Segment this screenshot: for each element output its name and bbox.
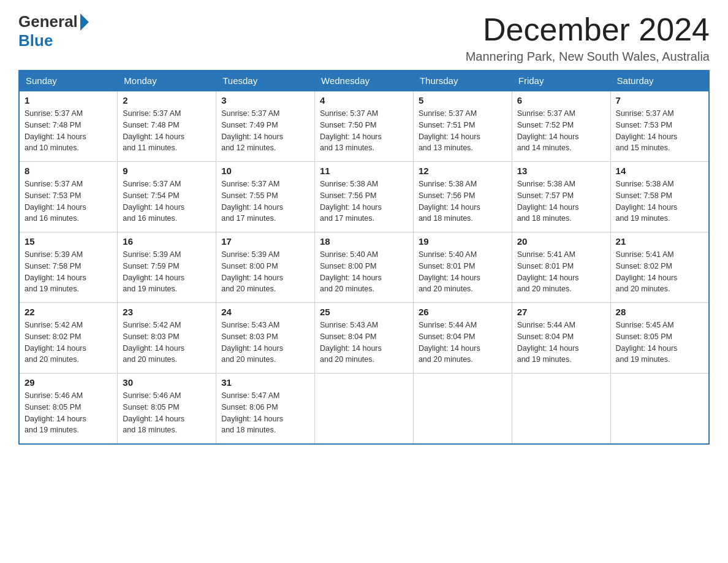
calendar-cell: 22 Sunrise: 5:42 AMSunset: 8:02 PMDaylig… — [19, 303, 118, 373]
logo-general-text: General — [18, 12, 78, 31]
day-number: 8 — [25, 166, 112, 176]
weekday-header-thursday: Thursday — [413, 71, 512, 91]
day-number: 29 — [25, 377, 112, 388]
day-info: Sunrise: 5:37 AMSunset: 7:49 PMDaylight:… — [221, 109, 283, 152]
day-info: Sunrise: 5:37 AMSunset: 7:53 PMDaylight:… — [25, 180, 86, 223]
day-number: 17 — [221, 236, 309, 247]
day-info: Sunrise: 5:44 AMSunset: 8:04 PMDaylight:… — [419, 321, 480, 364]
logo-blue-text: Blue — [18, 31, 53, 50]
day-number: 10 — [221, 166, 309, 176]
calendar-cell: 23 Sunrise: 5:42 AMSunset: 8:03 PMDaylig… — [118, 303, 216, 373]
day-info: Sunrise: 5:37 AMSunset: 7:53 PMDaylight:… — [616, 109, 678, 152]
weekday-header-monday: Monday — [118, 71, 216, 91]
weekday-header-tuesday: Tuesday — [216, 71, 315, 91]
day-info: Sunrise: 5:37 AMSunset: 7:51 PMDaylight:… — [419, 109, 480, 152]
day-info: Sunrise: 5:38 AMSunset: 7:56 PMDaylight:… — [419, 180, 480, 223]
day-info: Sunrise: 5:40 AMSunset: 8:01 PMDaylight:… — [419, 250, 480, 293]
calendar-cell: 10 Sunrise: 5:37 AMSunset: 7:55 PMDaylig… — [216, 162, 315, 232]
calendar-cell: 31 Sunrise: 5:47 AMSunset: 8:06 PMDaylig… — [216, 373, 315, 444]
day-number: 22 — [25, 307, 112, 317]
day-info: Sunrise: 5:39 AMSunset: 7:59 PMDaylight:… — [123, 250, 184, 293]
day-info: Sunrise: 5:37 AMSunset: 7:55 PMDaylight:… — [221, 180, 283, 223]
day-info: Sunrise: 5:40 AMSunset: 8:00 PMDaylight:… — [320, 250, 382, 293]
day-info: Sunrise: 5:37 AMSunset: 7:48 PMDaylight:… — [25, 109, 86, 152]
day-info: Sunrise: 5:38 AMSunset: 7:58 PMDaylight:… — [616, 180, 678, 223]
day-number: 12 — [419, 166, 507, 176]
day-number: 14 — [616, 166, 703, 176]
calendar-cell: 15 Sunrise: 5:39 AMSunset: 7:58 PMDaylig… — [19, 232, 118, 303]
day-number: 28 — [616, 307, 703, 317]
calendar-cell: 14 Sunrise: 5:38 AMSunset: 7:58 PMDaylig… — [610, 162, 709, 232]
day-info: Sunrise: 5:44 AMSunset: 8:04 PMDaylight:… — [517, 321, 579, 364]
calendar-cell — [315, 373, 414, 444]
weekday-header-saturday: Saturday — [610, 71, 709, 91]
day-number: 24 — [221, 307, 309, 317]
calendar-cell: 16 Sunrise: 5:39 AMSunset: 7:59 PMDaylig… — [118, 232, 216, 303]
calendar-cell: 29 Sunrise: 5:46 AMSunset: 8:05 PMDaylig… — [19, 373, 118, 444]
title-area: December 2024 Mannering Park, New South … — [466, 12, 710, 64]
calendar-body: 1 Sunrise: 5:37 AMSunset: 7:48 PMDayligh… — [19, 91, 709, 444]
day-number: 18 — [320, 236, 408, 247]
calendar-cell: 25 Sunrise: 5:43 AMSunset: 8:04 PMDaylig… — [315, 303, 414, 373]
logo-chevron-icon — [80, 13, 89, 31]
day-info: Sunrise: 5:42 AMSunset: 8:02 PMDaylight:… — [25, 321, 86, 364]
day-number: 9 — [123, 166, 211, 176]
day-info: Sunrise: 5:46 AMSunset: 8:05 PMDaylight:… — [123, 391, 184, 434]
calendar-cell: 21 Sunrise: 5:41 AMSunset: 8:02 PMDaylig… — [610, 232, 709, 303]
calendar-cell: 30 Sunrise: 5:46 AMSunset: 8:05 PMDaylig… — [118, 373, 216, 444]
calendar-header: SundayMondayTuesdayWednesdayThursdayFrid… — [19, 71, 709, 91]
day-number: 7 — [616, 95, 703, 105]
calendar-cell: 12 Sunrise: 5:38 AMSunset: 7:56 PMDaylig… — [413, 162, 512, 232]
day-info: Sunrise: 5:39 AMSunset: 7:58 PMDaylight:… — [25, 250, 86, 293]
logo-blue-line: Blue — [18, 31, 53, 50]
day-number: 5 — [419, 95, 507, 105]
day-info: Sunrise: 5:46 AMSunset: 8:05 PMDaylight:… — [25, 391, 86, 434]
day-info: Sunrise: 5:45 AMSunset: 8:05 PMDaylight:… — [616, 321, 678, 364]
weekday-header-wednesday: Wednesday — [315, 71, 414, 91]
day-number: 31 — [221, 377, 309, 388]
day-number: 19 — [419, 236, 507, 247]
calendar-cell: 27 Sunrise: 5:44 AMSunset: 8:04 PMDaylig… — [512, 303, 610, 373]
day-number: 27 — [517, 307, 605, 317]
calendar-cell: 11 Sunrise: 5:38 AMSunset: 7:56 PMDaylig… — [315, 162, 414, 232]
calendar-table: SundayMondayTuesdayWednesdayThursdayFrid… — [18, 70, 710, 445]
calendar-cell: 19 Sunrise: 5:40 AMSunset: 8:01 PMDaylig… — [413, 232, 512, 303]
day-number: 16 — [123, 236, 211, 247]
day-info: Sunrise: 5:42 AMSunset: 8:03 PMDaylight:… — [123, 321, 184, 364]
month-title: December 2024 — [466, 12, 710, 47]
day-info: Sunrise: 5:37 AMSunset: 7:48 PMDaylight:… — [123, 109, 184, 152]
calendar-cell: 7 Sunrise: 5:37 AMSunset: 7:53 PMDayligh… — [610, 91, 709, 162]
day-number: 11 — [320, 166, 408, 176]
day-info: Sunrise: 5:43 AMSunset: 8:03 PMDaylight:… — [221, 321, 283, 364]
day-number: 15 — [25, 236, 112, 247]
day-info: Sunrise: 5:39 AMSunset: 8:00 PMDaylight:… — [221, 250, 283, 293]
day-number: 2 — [123, 95, 211, 105]
calendar-cell — [512, 373, 610, 444]
calendar-week-row: 15 Sunrise: 5:39 AMSunset: 7:58 PMDaylig… — [19, 232, 709, 303]
logo: General Blue — [18, 12, 90, 50]
calendar-week-row: 29 Sunrise: 5:46 AMSunset: 8:05 PMDaylig… — [19, 373, 709, 444]
calendar-cell: 5 Sunrise: 5:37 AMSunset: 7:51 PMDayligh… — [413, 91, 512, 162]
day-number: 25 — [320, 307, 408, 317]
calendar-cell: 4 Sunrise: 5:37 AMSunset: 7:50 PMDayligh… — [315, 91, 414, 162]
day-number: 20 — [517, 236, 605, 247]
day-info: Sunrise: 5:41 AMSunset: 8:01 PMDaylight:… — [517, 250, 579, 293]
calendar-week-row: 1 Sunrise: 5:37 AMSunset: 7:48 PMDayligh… — [19, 91, 709, 162]
day-info: Sunrise: 5:37 AMSunset: 7:54 PMDaylight:… — [123, 180, 184, 223]
day-number: 23 — [123, 307, 211, 317]
calendar-cell: 3 Sunrise: 5:37 AMSunset: 7:49 PMDayligh… — [216, 91, 315, 162]
day-number: 21 — [616, 236, 703, 247]
day-number: 6 — [517, 95, 605, 105]
calendar-cell: 28 Sunrise: 5:45 AMSunset: 8:05 PMDaylig… — [610, 303, 709, 373]
calendar-cell: 2 Sunrise: 5:37 AMSunset: 7:48 PMDayligh… — [118, 91, 216, 162]
calendar-cell: 26 Sunrise: 5:44 AMSunset: 8:04 PMDaylig… — [413, 303, 512, 373]
weekday-header-friday: Friday — [512, 71, 610, 91]
day-info: Sunrise: 5:37 AMSunset: 7:50 PMDaylight:… — [320, 109, 382, 152]
calendar-cell: 9 Sunrise: 5:37 AMSunset: 7:54 PMDayligh… — [118, 162, 216, 232]
day-number: 1 — [25, 95, 112, 105]
calendar-cell — [610, 373, 709, 444]
weekday-header-row: SundayMondayTuesdayWednesdayThursdayFrid… — [19, 71, 709, 91]
day-info: Sunrise: 5:37 AMSunset: 7:52 PMDaylight:… — [517, 109, 579, 152]
weekday-header-sunday: Sunday — [19, 71, 118, 91]
day-number: 4 — [320, 95, 408, 105]
